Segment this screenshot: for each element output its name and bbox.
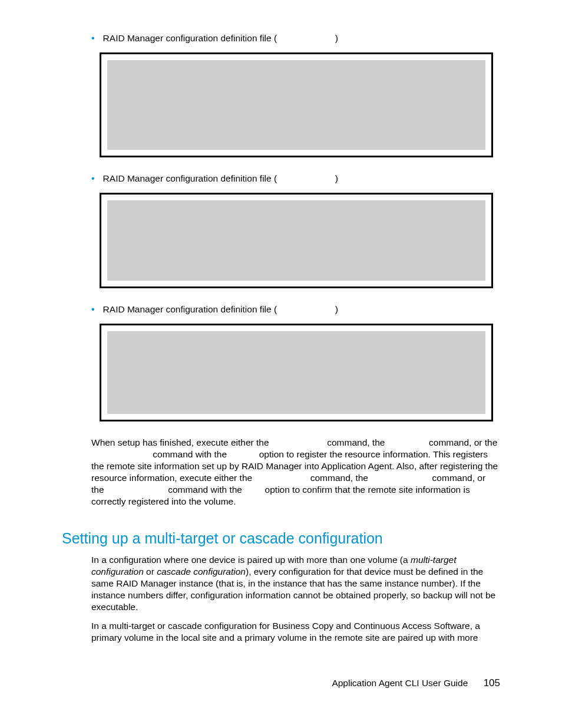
bullet-icon: • <box>91 173 95 185</box>
bullet-item-1: • RAID Manager configuration definition … <box>91 32 500 44</box>
code-box-inner <box>107 200 485 281</box>
bullet-icon: • <box>91 32 95 44</box>
p1-t9: option to confirm that the remote site i… <box>91 485 470 506</box>
p2-t1: In a configuration where one device is p… <box>91 555 411 565</box>
page: • RAID Manager configuration definition … <box>0 0 562 728</box>
footer-title: Application Agent CLI User Guide <box>332 678 468 688</box>
p1-t8: command with the <box>168 485 244 495</box>
p1-t1: When setup has finished, execute either … <box>91 437 272 447</box>
bullet-post: ) <box>335 304 338 314</box>
bullet-icon: • <box>91 304 95 315</box>
section-heading: Setting up a multi-target or cascade con… <box>62 530 500 547</box>
code-box-inner <box>107 60 485 150</box>
bullet-post: ) <box>335 33 338 43</box>
p2-t2: or <box>144 566 157 577</box>
p1-t3: command, or the <box>429 437 497 447</box>
code-box-2 <box>100 193 493 288</box>
p1-t4: command with the <box>153 449 229 459</box>
paragraph-2: In a configuration where one device is p… <box>91 554 500 613</box>
page-footer: Application Agent CLI User Guide 105 <box>332 677 500 689</box>
code-box-inner <box>107 331 485 414</box>
page-number: 105 <box>484 677 500 689</box>
bullet-post: ) <box>335 173 338 183</box>
bullet-item-2: • RAID Manager configuration definition … <box>91 173 500 185</box>
bullet-text: RAID Manager configuration definition fi… <box>103 304 338 315</box>
p2-i2: cascade configuration <box>157 566 246 577</box>
bullet-text: RAID Manager configuration definition fi… <box>103 32 338 44</box>
p1-t2: command, the <box>327 437 388 447</box>
code-box-3 <box>100 324 493 421</box>
bullet-text: RAID Manager configuration definition fi… <box>103 173 338 185</box>
bullet-pre: RAID Manager configuration definition fi… <box>103 304 277 314</box>
bullet-item-3: • RAID Manager configuration definition … <box>91 304 500 315</box>
bullet-pre: RAID Manager configuration definition fi… <box>103 173 277 183</box>
code-box-1 <box>100 52 493 157</box>
paragraph-3: In a multi-target or cascade configurati… <box>91 620 500 644</box>
paragraph-1: When setup has finished, execute either … <box>91 437 500 508</box>
bullet-pre: RAID Manager configuration definition fi… <box>103 33 277 43</box>
p1-t6: command, the <box>310 473 371 483</box>
